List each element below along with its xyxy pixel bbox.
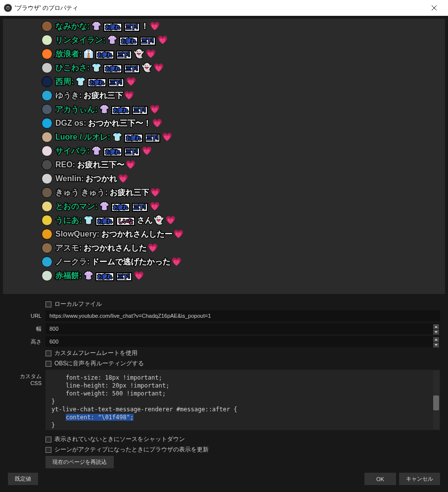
- chat-body: 👕お疲れ三下!💗: [111, 132, 172, 143]
- url-label: URL: [8, 313, 45, 319]
- chat-message: REO:お疲れ三下〜💗: [42, 159, 445, 170]
- avatar: [42, 201, 52, 212]
- chat-body: 👚お疲れ三下!💗: [98, 104, 159, 115]
- checkbox-icon: [45, 437, 51, 443]
- chat-username: Luore / ルオレ:: [55, 132, 110, 143]
- height-up-button[interactable]: [433, 337, 439, 342]
- close-button[interactable]: [424, 0, 444, 16]
- reroute-audio-label: OBSに音声を再ルーティングする: [54, 359, 144, 368]
- ok-button[interactable]: OK: [364, 473, 396, 485]
- custom-css-label: カスタム CSS: [8, 370, 45, 386]
- properties-form: ローカルファイル URL 幅 高さ: [3, 294, 445, 469]
- avatar: [42, 187, 52, 198]
- height-input[interactable]: [45, 336, 440, 347]
- chat-username: うにあ:: [55, 215, 82, 226]
- custom-css-input[interactable]: font-size: 18px !important; line-height:…: [45, 370, 440, 430]
- avatar: [42, 243, 52, 253]
- avatar: [42, 132, 52, 143]
- avatar: [42, 118, 52, 129]
- avatar: [42, 21, 52, 32]
- titlebar: 'ブラウザ' のプロパティ: [0, 0, 448, 16]
- refresh-label: シーンがアクティブになったときにブラウザの表示を更新: [54, 445, 209, 454]
- chat-username: 放浪者:: [55, 49, 82, 59]
- avatar: [42, 215, 52, 226]
- refresh-checkbox[interactable]: シーンがアクティブになったときにブラウザの表示を更新: [45, 445, 440, 454]
- chat-message: ひこわさ:👕お疲れ三下!👻💗: [42, 62, 445, 73]
- chat-body: 👕お疲れ三下!💗: [75, 77, 135, 87]
- avatar: [42, 173, 52, 184]
- chat-body: お疲れ三下💗: [109, 188, 160, 198]
- chat-username: とおのマン:: [55, 201, 97, 212]
- avatar: [42, 49, 52, 59]
- chat-username: ノークラ:: [55, 257, 90, 267]
- shutdown-checkbox[interactable]: 表示されていないときにソースをシャットダウン: [45, 435, 440, 443]
- browser-preview: なみかな:👚お疲れ三下!！💗リンタイラン:👚お疲れ三下!💗放浪者:👔お疲れ三下!…: [3, 19, 445, 294]
- avatar: [42, 270, 52, 281]
- reload-page-button[interactable]: 現在のページを再読込: [45, 456, 114, 468]
- chat-message: リンタイラン:👚お疲れ三下!💗: [42, 35, 445, 46]
- width-down-button[interactable]: [433, 330, 439, 335]
- chat-message: アスモ:おつかれさんした💗: [42, 243, 445, 253]
- chat-body: お疲れ三下💗: [83, 91, 134, 101]
- chat-body: 👚お疲れ三下!💗: [90, 146, 151, 156]
- chat-username: DGZ os:: [55, 119, 86, 128]
- chat-message: きゅう きゅう:お疲れ三下💗: [42, 187, 445, 198]
- chat-body: お疲れ三下〜💗: [76, 160, 135, 170]
- avatar: [42, 256, 52, 267]
- width-up-button[interactable]: [433, 324, 439, 329]
- avatar: [42, 146, 52, 156]
- height-down-button[interactable]: [433, 343, 439, 347]
- chat-message: ゆうき:お疲れ三下💗: [42, 90, 445, 101]
- height-label: 高さ: [8, 338, 45, 345]
- chat-body: おつかれ💗: [85, 174, 128, 184]
- chat-username: リンタイラン:: [55, 35, 105, 46]
- chat-username: アカうぃん:: [55, 104, 97, 115]
- chat-message: ノークラ:ドームで逃げたかった💗: [42, 256, 445, 267]
- chat-message: 赤福餅:👚お疲れ三下!💗: [42, 270, 445, 281]
- chat-body: 👔お疲れ三下!👻💗: [83, 49, 155, 59]
- defaults-button[interactable]: 既定値: [8, 473, 38, 485]
- checkbox-icon: [45, 447, 51, 453]
- window-title: 'ブラウザ' のプロパティ: [15, 4, 424, 12]
- avatar: [42, 159, 52, 170]
- css-scroll-thumb[interactable]: [433, 395, 439, 410]
- chat-body: 👚お疲れ三下!💗: [83, 271, 143, 281]
- local-file-checkbox[interactable]: ローカルファイル: [45, 300, 440, 308]
- chat-body: 👕お疲れ三下!👻💗: [90, 63, 163, 73]
- chat-body: おつかれさんしたー💗: [100, 229, 183, 240]
- checkbox-icon: [45, 361, 51, 367]
- reroute-audio-checkbox[interactable]: OBSに音声を再ルーティングする: [45, 359, 440, 368]
- chat-body: 👚お疲れ三下!💗: [106, 35, 167, 46]
- chat-message: Wenlin:おつかれ💗: [42, 173, 445, 184]
- obs-icon: [4, 4, 12, 12]
- width-input[interactable]: [45, 323, 440, 334]
- chat-body: 👕お疲れしいなさん👻💗: [83, 215, 176, 226]
- avatar: [42, 229, 52, 240]
- local-file-label: ローカルファイル: [54, 300, 102, 308]
- custom-fps-checkbox[interactable]: カスタムフレームレートを使用: [45, 349, 440, 357]
- custom-fps-label: カスタムフレームレートを使用: [54, 349, 137, 357]
- checkbox-icon: [45, 350, 51, 356]
- chat-username: 赤福餅:: [55, 271, 82, 281]
- chat-username: きゅう きゅう:: [55, 188, 108, 198]
- dialog-footer: 既定値 OK キャンセル: [3, 469, 445, 489]
- chat-username: REO:: [55, 160, 75, 169]
- avatar: [42, 76, 52, 87]
- chat-message: 西周:👕お疲れ三下!💗: [42, 76, 445, 87]
- chat-message: なみかな:👚お疲れ三下!！💗: [42, 21, 445, 32]
- chat-message: サイバラ:👚お疲れ三下!💗: [42, 146, 445, 156]
- css-scrollbar[interactable]: [433, 371, 439, 429]
- cancel-button[interactable]: キャンセル: [399, 473, 440, 485]
- chat-username: ゆうき:: [55, 91, 82, 101]
- chat-message: Luore / ルオレ:👕お疲れ三下!💗: [42, 132, 445, 143]
- url-input[interactable]: [45, 310, 440, 321]
- avatar: [42, 62, 52, 73]
- chat-username: なみかな:: [55, 21, 90, 32]
- chat-message: SlowQuery:おつかれさんしたー💗: [42, 229, 445, 240]
- chat-username: 西周:: [55, 77, 74, 87]
- svg-point-0: [5, 5, 11, 11]
- chat-username: SlowQuery:: [55, 230, 99, 239]
- chat-message: 放浪者:👔お疲れ三下!👻💗: [42, 49, 445, 59]
- chat-body: ドームで逃げたかった💗: [90, 257, 181, 267]
- chat-message: とおのマン:👚お疲れ三下!💗: [42, 201, 445, 212]
